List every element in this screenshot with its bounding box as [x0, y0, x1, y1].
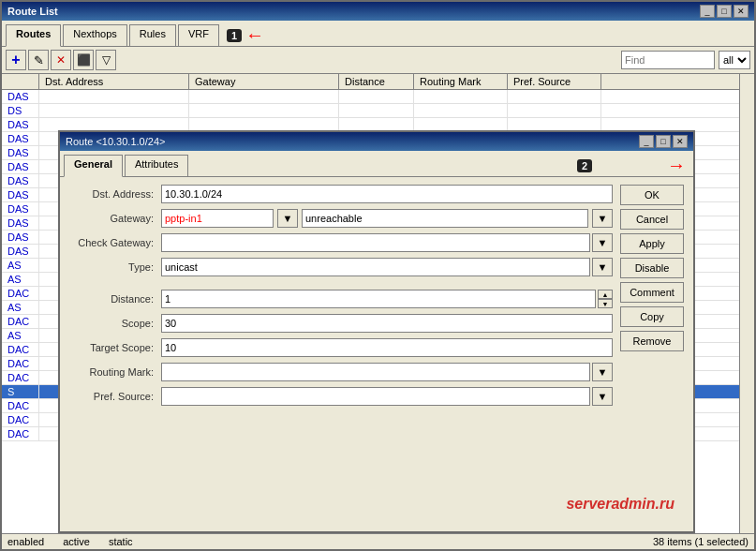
toolbar: + ✎ ✕ ⬛ ▽ all	[2, 47, 754, 74]
pref-source-container: ▼	[161, 387, 613, 406]
check-gateway-dropdown[interactable]: ▼	[592, 233, 613, 252]
title-bar: Route List _ □ ✕	[2, 2, 754, 21]
dialog-minimize-button[interactable]: _	[639, 135, 654, 148]
scope-input[interactable]	[161, 314, 613, 333]
dst-address-label: Dst. Address:	[67, 188, 161, 200]
check-gateway-container: ▼	[161, 233, 613, 252]
type-input[interactable]	[161, 258, 590, 276]
dialog-title: Route <10.30.1.0/24>	[66, 136, 165, 147]
status-type: static	[109, 536, 133, 547]
dialog-body: Dst. Address: Gateway: ▼ ▼	[60, 177, 693, 531]
type-container: ▼	[161, 258, 613, 276]
type-label: Type:	[67, 261, 161, 273]
apply-button[interactable]: Apply	[620, 233, 684, 254]
remove-dialog-button[interactable]: Remove	[620, 331, 684, 351]
dialog-title-bar: Route <10.30.1.0/24> _ □ ✕	[60, 132, 693, 151]
type-row: Type: ▼	[67, 258, 613, 276]
tab-routes[interactable]: Routes	[6, 24, 61, 47]
dialog-form: Dst. Address: Gateway: ▼ ▼	[67, 185, 613, 524]
annotation-badge-2: 2	[577, 159, 592, 172]
gateway-input[interactable]	[161, 209, 274, 228]
type-dropdown[interactable]: ▼	[592, 258, 613, 276]
distance-up[interactable]: ▲	[598, 290, 613, 299]
status-enabled: enabled	[7, 536, 44, 547]
routing-mark-container: ▼	[161, 363, 613, 381]
find-input[interactable]	[621, 51, 715, 69]
disable-button[interactable]: Disable	[620, 258, 684, 278]
find-scope-select[interactable]: all	[719, 51, 750, 69]
target-scope-input[interactable]	[161, 338, 613, 357]
col-type	[2, 74, 39, 89]
routing-mark-label: Routing Mark:	[67, 366, 161, 378]
window-title: Route List	[7, 6, 58, 17]
main-window: Route List _ □ ✕ Routes Nexthops Rules V…	[0, 0, 756, 551]
edit-button[interactable]: ✎	[28, 50, 49, 70]
routing-mark-input[interactable]	[161, 363, 590, 381]
check-gateway-label: Check Gateway:	[67, 237, 161, 248]
list-item[interactable]: DAS	[2, 90, 739, 104]
arrow-annotation-1: ←	[245, 24, 264, 46]
annotation-badge-1: 1	[227, 29, 242, 42]
distance-row: Distance: ▲ ▼	[67, 290, 613, 308]
gateway-type-input[interactable]	[302, 209, 588, 228]
filter-button[interactable]: ▽	[96, 50, 116, 70]
col-dst: Dst. Address	[39, 74, 189, 89]
gateway-dropdown[interactable]: ▼	[277, 209, 298, 228]
arrow-annotation-2: →	[667, 155, 686, 176]
tab-vrf[interactable]: VRF	[178, 24, 219, 46]
tab-nexthops[interactable]: Nexthops	[63, 24, 126, 46]
col-gateway: Gateway	[189, 74, 339, 89]
target-scope-row: Target Scope:	[67, 338, 613, 357]
scope-label: Scope:	[67, 318, 161, 329]
maximize-button[interactable]: □	[717, 5, 732, 18]
list-header: Dst. Address Gateway Distance Routing Ma…	[2, 74, 739, 90]
dst-address-input[interactable]	[161, 185, 613, 203]
distance-spinner: ▲ ▼	[598, 290, 613, 308]
target-scope-label: Target Scope:	[67, 342, 161, 353]
check-gateway-row: Check Gateway: ▼	[67, 233, 613, 252]
minimize-button[interactable]: _	[700, 5, 715, 18]
scrollbar-right[interactable]	[739, 74, 754, 533]
clone-button[interactable]: ⬛	[73, 50, 94, 70]
gateway-container: ▼ ▼	[161, 209, 613, 228]
col-source: Pref. Source	[508, 74, 601, 89]
status-bar: enabled active static 38 items (1 select…	[2, 533, 754, 549]
add-button[interactable]: +	[6, 50, 26, 70]
pref-source-input[interactable]	[161, 387, 590, 406]
pref-source-label: Pref. Source:	[67, 391, 161, 402]
gateway-row: Gateway: ▼ ▼	[67, 209, 613, 228]
ok-button[interactable]: OK	[620, 185, 684, 205]
distance-label: Distance:	[67, 293, 161, 305]
dialog-tab-general[interactable]: General	[64, 155, 123, 177]
status-count: 38 items (1 selected)	[653, 536, 749, 547]
dialog-controls: _ □ ✕	[639, 135, 688, 148]
dst-address-row: Dst. Address:	[67, 185, 613, 203]
copy-button[interactable]: Copy	[620, 306, 684, 327]
close-button[interactable]: ✕	[734, 5, 749, 18]
gateway-label: Gateway:	[67, 213, 161, 224]
dialog-tab-attributes[interactable]: Attributes	[125, 155, 188, 176]
dialog-close-button[interactable]: ✕	[673, 135, 688, 148]
tab-rules[interactable]: Rules	[129, 24, 176, 46]
gateway-type-dropdown[interactable]: ▼	[592, 209, 613, 228]
main-tabs: Routes Nexthops Rules VRF 1 ←	[2, 21, 754, 47]
distance-down[interactable]: ▼	[598, 299, 613, 308]
scope-row: Scope:	[67, 314, 613, 333]
dialog-maximize-button[interactable]: □	[656, 135, 671, 148]
check-gateway-input[interactable]	[161, 233, 590, 252]
col-mark: Routing Mark	[414, 74, 508, 89]
window-controls: _ □ ✕	[700, 5, 749, 18]
pref-source-row: Pref. Source: ▼	[67, 387, 613, 406]
remove-button[interactable]: ✕	[51, 50, 71, 70]
routing-mark-dropdown[interactable]: ▼	[592, 363, 613, 381]
dialog-buttons: OK Cancel Apply Disable Comment Copy Rem…	[620, 185, 686, 524]
distance-container: ▲ ▼	[161, 290, 613, 308]
distance-input[interactable]	[161, 290, 596, 308]
route-dialog: Route <10.30.1.0/24> _ □ ✕ General Attri…	[58, 130, 695, 533]
routing-mark-row: Routing Mark: ▼	[67, 363, 613, 381]
pref-source-dropdown[interactable]: ▼	[592, 387, 613, 406]
list-item[interactable]: DS	[2, 104, 739, 118]
comment-button[interactable]: Comment	[620, 282, 684, 303]
cancel-button[interactable]: Cancel	[620, 209, 684, 230]
dialog-tabs: General Attributes 2 →	[60, 151, 693, 177]
